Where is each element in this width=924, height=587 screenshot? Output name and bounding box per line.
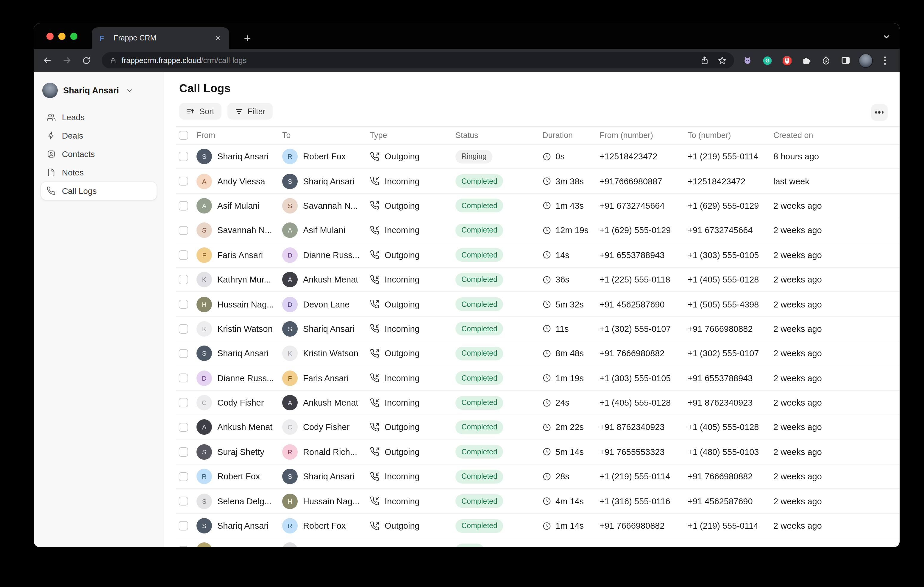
grammarly-extension-icon[interactable]: G (757, 51, 777, 69)
column-header: From (196, 131, 282, 140)
clock-icon (542, 497, 551, 505)
more-options-button[interactable] (871, 104, 888, 121)
minimize-window-button[interactable] (58, 33, 66, 40)
duration-cell: 4m 14s (542, 496, 599, 506)
person-name: Ankush Menat (303, 398, 358, 408)
avatar: S (282, 198, 298, 214)
table-row-partial[interactable] (176, 539, 899, 548)
table-row[interactable]: SShariq AnsariKKristin WatsonOutgoingCom… (176, 341, 899, 366)
select-all-checkbox[interactable] (178, 131, 188, 140)
table-row[interactable]: KKathryn Mur...AAnkush MenatIncomingComp… (176, 268, 899, 292)
type-label: Outgoing (384, 521, 420, 531)
to-cell: FFaris Ansari (282, 370, 370, 386)
phone-outgoing-icon (370, 299, 380, 309)
table-row[interactable]: SSuraj ShettyRRonald Rich...OutgoingComp… (176, 440, 899, 464)
row-checkbox[interactable] (178, 177, 188, 186)
tab-close-icon[interactable] (213, 33, 223, 43)
row-checkbox[interactable] (178, 472, 188, 481)
zoom-window-button[interactable] (70, 33, 78, 40)
status-cell: Completed (455, 174, 542, 188)
sort-button[interactable]: Sort (179, 103, 221, 120)
status-cell: Completed (455, 494, 542, 508)
table-row[interactable]: AAnkush MenatCCody FisherOutgoingComplet… (176, 415, 899, 440)
row-checkbox[interactable] (178, 546, 188, 547)
forward-icon[interactable] (59, 53, 74, 67)
sidebar-item-call-logs[interactable]: Call Logs (41, 182, 157, 200)
row-checkbox[interactable] (178, 152, 188, 161)
status-cell (455, 544, 542, 547)
table-row[interactable]: KKristin WatsonSShariq AnsariIncomingCom… (176, 317, 899, 341)
table-row[interactable]: DDianne Russ...FFaris AnsariIncomingComp… (176, 366, 899, 391)
reload-icon[interactable] (79, 53, 94, 67)
avatar: S (196, 518, 212, 533)
row-checkbox[interactable] (178, 349, 188, 358)
row-checkbox[interactable] (178, 447, 188, 457)
row-checkbox[interactable] (178, 373, 188, 383)
type-label: Incoming (384, 176, 420, 186)
sidebar-item-contacts[interactable]: Contacts (41, 145, 157, 163)
to-number-cell: +91 8762340923 (688, 398, 773, 408)
url-bar[interactable]: frappecrm.frappe.cloud/crm/call-logs (102, 53, 734, 68)
browser-menu-icon[interactable] (875, 51, 895, 69)
github-extension-icon[interactable] (738, 51, 757, 69)
to-cell: AAnkush Menat (282, 395, 370, 410)
sidebar-item-notes[interactable]: Notes (41, 164, 157, 181)
duration-cell: 1m 19s (542, 373, 599, 383)
user-dropdown[interactable]: Shariq Ansari (41, 83, 157, 98)
person-name: Shariq Ansari (217, 521, 269, 531)
page-title: Call Logs (179, 82, 899, 95)
new-tab-button[interactable] (240, 31, 254, 45)
status-badge: Completed (455, 494, 503, 508)
table-row[interactable]: HHussain Nag...DDevon LaneOutgoingComple… (176, 292, 899, 317)
to-number-cell: +1 (303) 555-0105 (688, 250, 773, 260)
frappe-favicon-icon: F (99, 34, 109, 43)
table-row[interactable]: FFaris AnsariDDianne Russ...OutgoingComp… (176, 243, 899, 268)
table-row[interactable]: RRobert FoxSShariq AnsariIncomingComplet… (176, 464, 899, 489)
filter-button[interactable]: Filter (228, 103, 273, 120)
row-checkbox[interactable] (178, 521, 188, 531)
browser-profile-avatar[interactable] (856, 51, 875, 69)
table-row[interactable]: AAsif MulaniSSavannah N...OutgoingComple… (176, 194, 899, 219)
column-header: From (number) (599, 131, 688, 140)
row-checkbox[interactable] (178, 497, 188, 506)
row-checkbox[interactable] (178, 250, 188, 260)
from-cell: AAsif Mulani (196, 198, 282, 214)
close-window-button[interactable] (46, 33, 54, 40)
row-checkbox[interactable] (178, 275, 188, 284)
avatar: S (196, 493, 212, 509)
bookmark-star-icon[interactable] (718, 56, 727, 65)
extensions-puzzle-icon[interactable] (797, 51, 816, 69)
duration-cell: 1m 14s (542, 521, 599, 531)
from-cell (196, 543, 282, 547)
sidebar-item-deals[interactable]: Deals (41, 127, 157, 145)
back-icon[interactable] (40, 53, 54, 67)
person-name: Ankush Menat (303, 275, 358, 284)
table-row[interactable]: AAndy ViessaSShariq AnsariIncomingComple… (176, 169, 899, 194)
row-checkbox[interactable] (178, 201, 188, 210)
energy-saver-leaf-icon[interactable] (816, 51, 836, 69)
sidebar-toggle-icon[interactable] (836, 51, 856, 69)
row-checkbox[interactable] (178, 423, 188, 432)
row-checkbox[interactable] (178, 300, 188, 309)
duration-cell: 5m 14s (542, 447, 599, 457)
tab-search-chevron-icon[interactable] (881, 31, 893, 43)
row-checkbox[interactable] (178, 226, 188, 235)
row-checkbox[interactable] (178, 398, 188, 408)
to-cell: SSavannah N... (282, 198, 370, 214)
clock-icon (542, 152, 551, 161)
table-row[interactable]: SShariq AnsariRRobert FoxOutgoingComplet… (176, 514, 899, 539)
type-label: Incoming (384, 373, 420, 383)
from-number-cell: +1 (219) 555-0114 (599, 472, 688, 482)
table-row[interactable]: CCody FisherAAnkush MenatIncomingComplet… (176, 391, 899, 415)
duration-cell: 1m 43s (542, 201, 599, 210)
row-checkbox[interactable] (178, 324, 188, 333)
sidebar-item-leads[interactable]: Leads (41, 108, 157, 126)
table-row[interactable]: SSavannah N...AAsif MulaniIncomingComple… (176, 218, 899, 243)
type-label: Outgoing (384, 152, 420, 161)
table-row[interactable]: SSelena Delg...HHussain Nag...IncomingCo… (176, 489, 899, 514)
share-icon[interactable] (700, 56, 709, 65)
adblock-extension-icon[interactable] (777, 51, 797, 69)
table-row[interactable]: SShariq AnsariRRobert FoxOutgoingRinging… (176, 145, 899, 169)
to-cell: SShariq Ansari (282, 321, 370, 337)
browser-tab[interactable]: F Frappe CRM (92, 27, 229, 49)
